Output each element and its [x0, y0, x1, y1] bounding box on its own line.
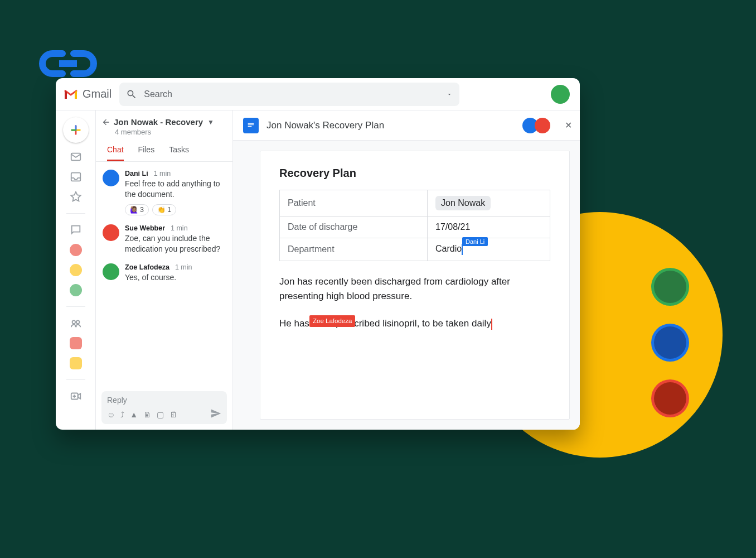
- message-text: Yes, of course.: [125, 272, 226, 283]
- doc-collaborators: [526, 118, 550, 133]
- decorative-avatars: [651, 268, 689, 417]
- search-placeholder: Search: [144, 89, 439, 99]
- gmail-logo[interactable]: Gmail: [64, 88, 112, 100]
- table-row: Date of discharge 17/08/21: [280, 217, 550, 238]
- plus-icon: [70, 124, 82, 136]
- row-value: 17/08/21: [428, 217, 550, 238]
- message-time: 1 min: [154, 170, 171, 177]
- chevron-down-icon[interactable]: ▼: [207, 118, 214, 126]
- message-author: Sue Webber: [125, 224, 165, 232]
- row-value: Jon Nowak: [428, 190, 550, 217]
- doc-heading: Recovery Plan: [279, 167, 550, 180]
- rail-separator: [66, 379, 85, 380]
- deco-avatar: [651, 379, 689, 417]
- row-label: Date of discharge: [280, 217, 428, 238]
- docs-new-icon[interactable]: 🗎: [143, 410, 151, 419]
- message-list: Dani Li1 minFeel free to add anything to…: [96, 162, 232, 387]
- rail-separator: [66, 213, 85, 214]
- message-avatar: [103, 170, 119, 186]
- doc-panel: Jon Nowak's Recovery Plan ✕ Recovery Pla…: [233, 110, 580, 430]
- message-time: 1 min: [175, 263, 192, 271]
- cursor-tag: Dani Li: [462, 237, 488, 246]
- spaces-icon[interactable]: [70, 317, 82, 329]
- app-name: Gmail: [83, 88, 112, 100]
- calendar-icon[interactable]: 🗓: [169, 410, 177, 419]
- message-time: 1 min: [171, 224, 188, 232]
- back-arrow-icon[interactable]: [101, 118, 110, 127]
- chat-presence-green[interactable]: [70, 284, 82, 296]
- message-author: Dani Li: [125, 170, 148, 177]
- row-label: Department: [280, 238, 428, 261]
- video-icon[interactable]: ▢: [157, 410, 164, 419]
- star-icon[interactable]: [70, 191, 82, 203]
- svg-point-2: [72, 320, 75, 324]
- reply-input[interactable]: Reply: [107, 396, 221, 405]
- deco-avatar: [651, 268, 689, 306]
- emoji-icon[interactable]: ☺: [107, 410, 115, 419]
- message[interactable]: Dani Li1 minFeel free to add anything to…: [103, 170, 226, 215]
- rail-separator: [66, 306, 85, 307]
- cursor-tag: Zoe Lafodeza: [309, 315, 355, 327]
- space-title: Jon Nowak - Recovery: [114, 117, 203, 127]
- chat-presence-red[interactable]: [70, 244, 82, 256]
- message[interactable]: Zoe Lafodeza1 minYes, of course.: [103, 263, 226, 283]
- mail-icon[interactable]: [70, 151, 82, 163]
- tab-files[interactable]: Files: [138, 145, 155, 161]
- send-icon[interactable]: [210, 408, 221, 421]
- doc-paragraph: Jon has recently been discharged from ca…: [279, 275, 550, 303]
- space-chip-yellow[interactable]: [70, 357, 82, 369]
- doc-title[interactable]: Jon Nowak's Recovery Plan: [266, 120, 518, 131]
- space-title-row[interactable]: Jon Nowak - Recovery ▼: [101, 117, 225, 127]
- chat-icon[interactable]: [70, 224, 82, 236]
- message-author: Zoe Lafodeza: [125, 263, 169, 271]
- reactions: 🙋🏽‍♀️ 3👏 1: [125, 204, 226, 215]
- search-bar[interactable]: Search: [119, 83, 459, 106]
- reaction-chip[interactable]: 🙋🏽‍♀️ 3: [125, 204, 149, 215]
- tab-chat[interactable]: Chat: [107, 145, 124, 161]
- space-chip-red[interactable]: [70, 337, 82, 349]
- row-value: Cardio Dani Li: [428, 238, 550, 261]
- search-icon: [126, 89, 137, 100]
- message-text: Zoe, can you include the medication you …: [125, 233, 226, 254]
- space-panel: Jon Nowak - Recovery ▼ 4 members Chat Fi…: [96, 110, 233, 430]
- doc-body: Recovery Plan Patient Jon Nowak Date of …: [233, 141, 580, 430]
- docs-icon: [243, 118, 259, 133]
- reply-box: Reply ☺ ⤴ ▲ 🗎 ▢ 🗓: [101, 391, 227, 424]
- link-deco-icon: [35, 47, 101, 83]
- left-rail: [56, 110, 96, 430]
- message-text: Feel free to add anything to the documen…: [125, 179, 226, 200]
- reply-tools: ☺ ⤴ ▲ 🗎 ▢ 🗓: [107, 408, 221, 421]
- table-row: Department Cardio Dani Li: [280, 238, 550, 261]
- gmail-window: Gmail Search: [56, 78, 580, 430]
- doc-paragraph: He has been prescribed lisinopril, to be…: [279, 316, 550, 331]
- row-label: Patient: [280, 190, 428, 217]
- message-avatar: [103, 224, 119, 241]
- message[interactable]: Sue Webber1 minZoe, can you include the …: [103, 224, 226, 254]
- tab-tasks[interactable]: Tasks: [169, 145, 189, 161]
- inbox-icon[interactable]: [70, 171, 82, 183]
- chat-presence-yellow[interactable]: [70, 264, 82, 276]
- account-avatar[interactable]: [551, 85, 570, 104]
- message-avatar: [103, 263, 119, 280]
- collab-avatar[interactable]: [535, 118, 550, 133]
- chevron-down-icon[interactable]: [446, 91, 453, 98]
- gmail-m-icon: [64, 89, 78, 100]
- space-header: Jon Nowak - Recovery ▼ 4 members: [96, 110, 232, 140]
- close-icon[interactable]: ✕: [565, 120, 572, 131]
- upload-icon[interactable]: ⤴: [120, 410, 124, 419]
- meet-icon[interactable]: [70, 390, 82, 402]
- svg-point-3: [76, 320, 79, 324]
- doc-page[interactable]: Recovery Plan Patient Jon Nowak Date of …: [260, 151, 570, 420]
- compose-button[interactable]: [63, 117, 89, 143]
- topbar: Gmail Search: [56, 78, 580, 110]
- deco-avatar: [651, 324, 689, 362]
- doc-header: Jon Nowak's Recovery Plan ✕: [233, 110, 580, 141]
- space-tabs: Chat Files Tasks: [96, 140, 232, 162]
- reaction-chip[interactable]: 👏 1: [152, 204, 176, 215]
- table-row: Patient Jon Nowak: [280, 190, 550, 217]
- space-members[interactable]: 4 members: [115, 128, 225, 136]
- drive-icon[interactable]: ▲: [130, 410, 138, 419]
- doc-table: Patient Jon Nowak Date of discharge 17/0…: [279, 190, 550, 261]
